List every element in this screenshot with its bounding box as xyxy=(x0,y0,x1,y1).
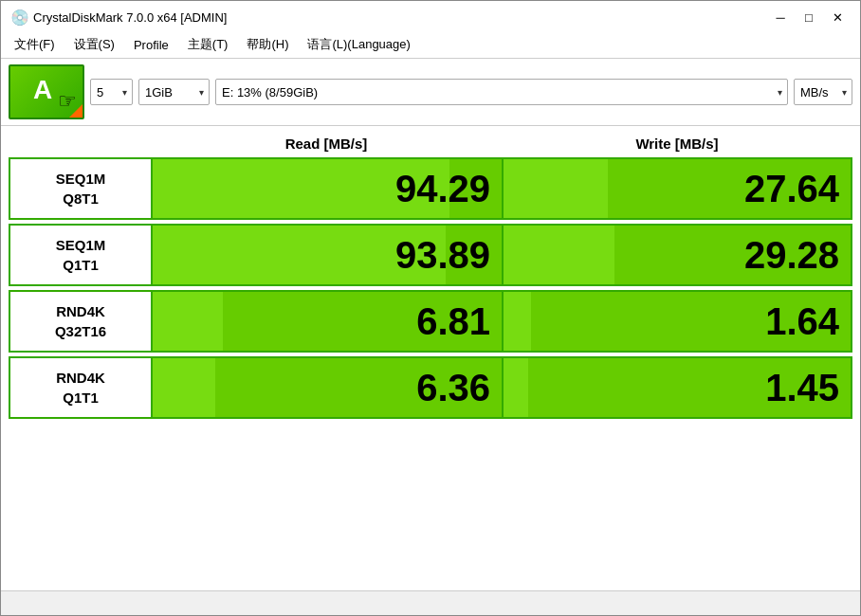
row-3-label-line2: Q1T1 xyxy=(63,388,99,408)
row-1-label-line1: SEQ1M xyxy=(56,235,106,255)
app-window: 💿 CrystalDiskMark 7.0.0 x64 [ADMIN] ─ □ … xyxy=(0,0,861,616)
read-header: Read [MB/s] xyxy=(151,132,502,155)
runs-select[interactable]: 1 3 5 10 xyxy=(90,79,133,105)
menu-item-help[interactable]: 帮助(H) xyxy=(239,33,296,56)
row-1-read-cell: 93.89 xyxy=(153,226,502,284)
row-2-write-cell: 1.64 xyxy=(502,292,851,351)
row-2-read-bar xyxy=(153,292,223,351)
menu-item-settings[interactable]: 设置(S) xyxy=(66,33,122,56)
row-3-read-cell: 6.36 xyxy=(153,358,502,417)
toolbar: A ☞ 1 3 5 10 ▾ 512MiB 1GiB 2GiB 4GiB 8Gi… xyxy=(1,59,860,126)
row-0-label-line2: Q8T1 xyxy=(63,189,99,208)
table-row: SEQ1M Q1T1 93.89 29.28 xyxy=(9,224,852,286)
row-2-write-bar xyxy=(504,292,531,351)
close-button[interactable]: ✕ xyxy=(824,7,851,27)
status-bar xyxy=(1,590,860,615)
row-1-label-line2: Q1T1 xyxy=(63,255,99,275)
row-3-read-value: 6.36 xyxy=(416,367,490,409)
row-1-write-value: 29.28 xyxy=(744,234,839,277)
row-3-write-value: 1.45 xyxy=(765,367,839,409)
row-0-write-value: 27.64 xyxy=(744,168,839,210)
row-2-read-value: 6.81 xyxy=(416,300,490,343)
corner-triangle xyxy=(69,104,82,118)
all-button[interactable]: A ☞ xyxy=(9,64,84,119)
menu-item-theme[interactable]: 主题(T) xyxy=(180,33,236,56)
runs-dropdown-wrapper: 1 3 5 10 ▾ xyxy=(90,79,133,105)
minimize-button[interactable]: ─ xyxy=(767,7,794,27)
title-bar: 💿 CrystalDiskMark 7.0.0 x64 [ADMIN] ─ □ … xyxy=(1,1,860,31)
row-2-label-line1: RND4K xyxy=(56,301,105,321)
size-dropdown-wrapper: 512MiB 1GiB 2GiB 4GiB 8GiB ▾ xyxy=(138,79,210,105)
row-3-label-line1: RND4K xyxy=(56,368,105,388)
row-0-write-bar xyxy=(504,159,608,218)
menu-item-file[interactable]: 文件(F) xyxy=(7,33,63,56)
row-3-label: RND4K Q1T1 xyxy=(10,358,153,417)
drive-select[interactable]: E: 13% (8/59GiB) xyxy=(215,79,788,105)
label-header xyxy=(9,132,151,155)
maximize-button[interactable]: □ xyxy=(796,7,822,27)
title-bar-left: 💿 CrystalDiskMark 7.0.0 x64 [ADMIN] xyxy=(10,9,227,26)
title-bar-controls: ─ □ ✕ xyxy=(767,7,851,27)
row-3-read-bar xyxy=(153,358,215,417)
row-0-read-cell: 94.29 xyxy=(153,159,502,218)
table-row: SEQ1M Q8T1 94.29 27.64 xyxy=(9,157,852,220)
size-select[interactable]: 512MiB 1GiB 2GiB 4GiB 8GiB xyxy=(138,79,210,105)
menu-item-profile[interactable]: Profile xyxy=(126,35,176,55)
row-2-read-cell: 6.81 xyxy=(153,292,502,351)
row-1-label: SEQ1M Q1T1 xyxy=(10,226,153,284)
row-2-label-line2: Q32T16 xyxy=(55,321,106,341)
row-1-read-value: 93.89 xyxy=(395,234,490,277)
row-2-label: RND4K Q32T16 xyxy=(10,292,153,351)
row-3-write-bar xyxy=(504,358,528,417)
row-2-write-value: 1.64 xyxy=(765,300,839,343)
drive-dropdown-wrapper: E: 13% (8/59GiB) ▾ xyxy=(215,79,788,105)
all-button-label: A xyxy=(33,75,52,105)
row-1-write-cell: 29.28 xyxy=(502,226,851,284)
row-0-label-line1: SEQ1M xyxy=(56,169,106,189)
write-header: Write [MB/s] xyxy=(502,132,852,155)
main-content: Read [MB/s] Write [MB/s] SEQ1M Q8T1 94.2… xyxy=(1,126,860,590)
row-0-write-cell: 27.64 xyxy=(502,159,851,218)
row-0-label: SEQ1M Q8T1 xyxy=(10,159,153,218)
row-3-write-cell: 1.45 xyxy=(502,358,851,417)
window-title: CrystalDiskMark 7.0.0 x64 [ADMIN] xyxy=(33,10,227,25)
app-icon: 💿 xyxy=(10,9,27,26)
table-row: RND4K Q32T16 6.81 1.64 xyxy=(9,290,852,353)
row-1-write-bar xyxy=(504,226,614,284)
unit-dropdown-wrapper: MB/s GB/s IOPS μs ▾ xyxy=(794,79,852,105)
table-row: RND4K Q1T1 6.36 1.45 xyxy=(9,356,852,419)
menu-item-language[interactable]: 语言(L)(Language) xyxy=(300,33,417,56)
unit-select[interactable]: MB/s GB/s IOPS μs xyxy=(794,79,852,105)
results-header: Read [MB/s] Write [MB/s] xyxy=(9,132,852,155)
row-0-read-value: 94.29 xyxy=(395,168,490,210)
menu-bar: 文件(F)设置(S)Profile主题(T)帮助(H)语言(L)(Languag… xyxy=(1,31,860,59)
